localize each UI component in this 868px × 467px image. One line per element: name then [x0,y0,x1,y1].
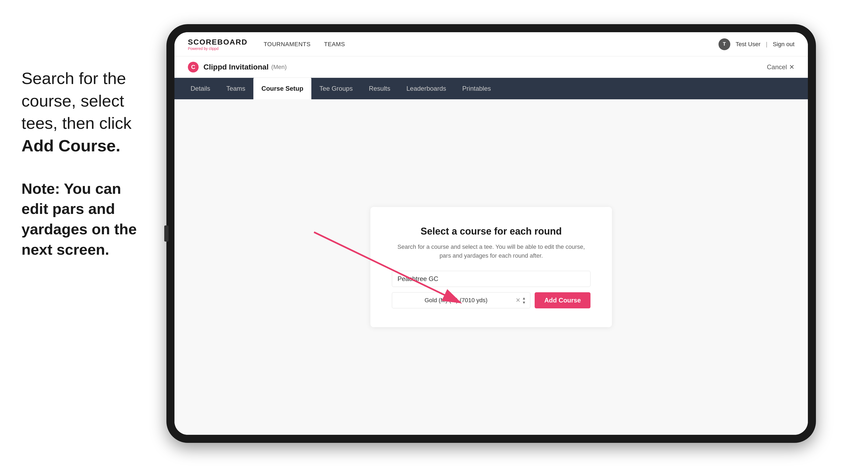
course-search-input[interactable] [392,271,590,287]
tournament-name: Clippd Invitational [204,63,269,71]
cancel-button[interactable]: Cancel ✕ [767,63,795,71]
cancel-x-icon: ✕ [789,63,795,71]
tee-select-value: Gold (M) (M) (7010 yds) [396,297,516,304]
tab-leaderboards[interactable]: Leaderboards [398,78,454,99]
tablet-device: SCOREBOARD Powered by clippd TOURNAMENTS… [166,24,816,443]
course-select-card: Select a course for each round Search fo… [370,207,612,327]
user-name: Test User [736,41,761,48]
sub-nav: Details Teams Course Setup Tee Groups Re… [175,78,808,99]
tournament-header: C Clippd Invitational (Men) Cancel ✕ [175,56,808,78]
tournament-icon: C [188,62,198,72]
nav-tournaments[interactable]: TOURNAMENTS [264,41,311,48]
tablet-side-button [164,225,168,242]
tee-select-row: Gold (M) (M) (7010 yds) ✕ ▲ ▼ Add Course [392,292,590,308]
tab-results[interactable]: Results [361,78,398,99]
tab-details[interactable]: Details [183,78,218,99]
logo-subtitle: Powered by clippd [188,46,247,51]
add-course-button[interactable]: Add Course [535,292,590,308]
tee-arrow-up-icon: ▲ [522,296,526,300]
tab-teams[interactable]: Teams [218,78,253,99]
user-divider: | [766,41,768,48]
annotation-main-text: Search for thecourse, selecttees, then c… [22,67,150,157]
tablet-screen: SCOREBOARD Powered by clippd TOURNAMENTS… [175,32,808,435]
tee-arrows: ▲ ▼ [522,296,526,304]
card-title: Select a course for each round [392,226,590,237]
tab-printables[interactable]: Printables [454,78,499,99]
logo-title: SCOREBOARD [188,38,247,46]
tournament-gender: (Men) [271,64,287,70]
logo-area: SCOREBOARD Powered by clippd [188,38,247,51]
tee-select-controls: ✕ ▲ ▼ [516,296,526,304]
tee-select-wrapper[interactable]: Gold (M) (M) (7010 yds) ✕ ▲ ▼ [392,292,530,308]
card-description: Search for a course and select a tee. Yo… [392,242,590,260]
nav-teams[interactable]: TEAMS [324,41,345,48]
annotation-note: Note: You can edit pars and yardages on … [22,179,150,259]
user-area: T Test User | Sign out [718,38,795,50]
tab-course-setup[interactable]: Course Setup [253,78,311,99]
tee-clear-icon[interactable]: ✕ [516,297,520,304]
left-annotation: Search for thecourse, selecttees, then c… [0,0,166,276]
top-navbar: SCOREBOARD Powered by clippd TOURNAMENTS… [175,32,808,56]
main-content: Select a course for each round Search fo… [175,99,808,435]
nav-links: TOURNAMENTS TEAMS [264,41,718,48]
user-avatar: T [718,38,730,50]
tab-tee-groups[interactable]: Tee Groups [311,78,361,99]
sign-out-link[interactable]: Sign out [773,41,795,48]
tee-arrow-down-icon: ▼ [522,301,526,304]
page-container: Search for thecourse, selecttees, then c… [0,0,868,467]
